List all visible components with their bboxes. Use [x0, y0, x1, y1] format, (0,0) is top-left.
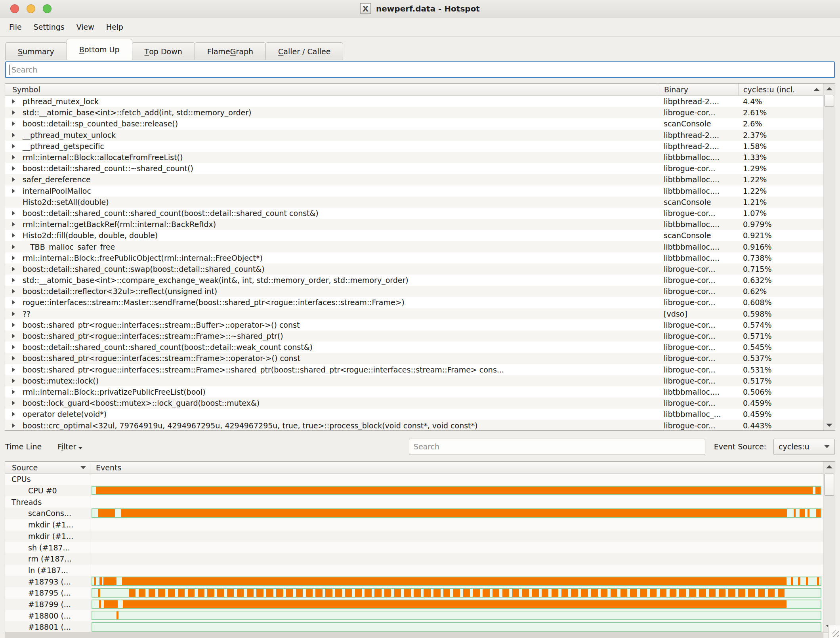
timeline-source-cell[interactable]: #18799 (...: [5, 599, 90, 610]
expander-icon[interactable]: [12, 211, 15, 216]
expander-icon[interactable]: [12, 166, 15, 171]
close-button[interactable]: [10, 4, 19, 13]
timeline-source-cell[interactable]: #18800 (...: [5, 610, 90, 621]
table-row[interactable]: __TBB_malloc_safer_freelibtbbmalloc....0…: [5, 241, 823, 252]
column-header-binary[interactable]: Binary: [659, 84, 738, 96]
timeline-source-cell[interactable]: rm (#187...: [5, 553, 90, 565]
timeline-source-cell[interactable]: #18795 (...: [5, 587, 90, 599]
tab-summary[interactable]: Summary: [5, 42, 67, 60]
timeline-row[interactable]: Threads: [5, 496, 823, 508]
timeline-row[interactable]: mkdir (#1...: [5, 531, 823, 542]
menu-item-settings[interactable]: Settings: [28, 23, 71, 31]
column-header-source[interactable]: Source: [5, 462, 90, 473]
timeline-row[interactable]: rm (#187...: [5, 553, 823, 565]
timeline-row[interactable]: #18801 (...: [5, 621, 823, 632]
tab-bottom-up[interactable]: Bottom Up: [67, 39, 132, 60]
timeline-source-cell[interactable]: ln (#187...: [5, 565, 90, 576]
expander-icon[interactable]: [12, 245, 15, 249]
timeline-events-cell[interactable]: [90, 508, 823, 519]
timeline-events-cell[interactable]: [90, 496, 823, 508]
timeline-bar[interactable]: [92, 486, 821, 495]
timeline-row[interactable]: mkdir (#1...: [5, 519, 823, 531]
column-header-symbol[interactable]: Symbol: [5, 84, 659, 96]
filter-button[interactable]: Filter: [57, 442, 82, 451]
timeline-source-cell[interactable]: CPUs: [5, 474, 90, 485]
menu-item-view[interactable]: View: [71, 23, 100, 31]
table-row[interactable]: boost::detail::shared_count::~shared_cou…: [5, 163, 823, 174]
expander-icon[interactable]: [12, 155, 15, 160]
table-row[interactable]: internalPoolMalloclibtbbmalloc....1.22%: [5, 185, 823, 197]
timeline-search-input[interactable]: Search: [409, 439, 705, 455]
scroll-up-button[interactable]: [823, 462, 835, 472]
timeline-events-cell[interactable]: [90, 610, 823, 621]
timeline-row[interactable]: #18799 (...: [5, 599, 823, 610]
symbol-search-input[interactable]: Search: [5, 61, 835, 78]
scroll-down-button[interactable]: [823, 420, 835, 430]
scrollbar-thumb[interactable]: [824, 95, 834, 107]
timeline-events-cell[interactable]: [90, 587, 823, 599]
menu-item-help[interactable]: Help: [100, 23, 129, 31]
table-row[interactable]: ??[vdso]0.598%: [5, 308, 823, 319]
scrollbar-thumb[interactable]: [824, 474, 834, 496]
expander-icon[interactable]: [12, 401, 15, 405]
timeline-row[interactable]: CPUs: [5, 474, 823, 485]
event-source-dropdown[interactable]: cycles:u: [773, 439, 835, 455]
timeline-events-cell[interactable]: [90, 565, 823, 576]
table-row[interactable]: boost::detail::shared_count::shared_coun…: [5, 342, 823, 353]
expander-icon[interactable]: [12, 412, 15, 416]
table-row[interactable]: boost::lock_guard<boost::mutex>::lock_gu…: [5, 397, 823, 409]
timeline-events-cell[interactable]: [90, 576, 823, 587]
minimize-button[interactable]: [27, 4, 35, 13]
tab-top-down[interactable]: Top Down: [132, 42, 195, 60]
expander-icon[interactable]: [12, 390, 15, 394]
timeline-events-cell[interactable]: [90, 485, 823, 497]
table-row[interactable]: rml::internal::Block::freePublicObject(r…: [5, 252, 823, 264]
timeline-source-cell[interactable]: #18801 (...: [5, 621, 90, 632]
table-row[interactable]: boost::detail::shared_count::swap(boost:…: [5, 264, 823, 275]
expander-icon[interactable]: [12, 267, 15, 271]
expander-icon[interactable]: [12, 345, 15, 350]
horizontal-scrollbar[interactable]: [5, 633, 823, 638]
timeline-row[interactable]: #18800 (...: [5, 610, 823, 621]
table-row[interactable]: boost::crc_optimal<32ul, 79764919u, 4294…: [5, 420, 823, 430]
timeline-row[interactable]: ln (#187...: [5, 565, 823, 576]
expander-icon[interactable]: [12, 233, 15, 238]
table-row[interactable]: safer_dereferencelibtbbmalloc....1.22%: [5, 174, 823, 185]
timeline-row[interactable]: #18795 (...: [5, 587, 823, 599]
timeline-row[interactable]: #18793 (...: [5, 576, 823, 587]
table-row[interactable]: boost::detail::shared_count::shared_coun…: [5, 208, 823, 219]
expander-icon[interactable]: [12, 423, 15, 428]
table-row[interactable]: rml::internal::Block::allocateFromFreeLi…: [5, 152, 823, 163]
expander-icon[interactable]: [12, 144, 15, 149]
timeline-bar[interactable]: [92, 611, 821, 620]
maximize-button[interactable]: [43, 4, 52, 13]
timeline-events-cell[interactable]: [90, 599, 823, 610]
table-row[interactable]: operator delete(void*)libtbbmalloc_...0.…: [5, 409, 823, 420]
scroll-up-button[interactable]: [823, 84, 835, 94]
timeline-events-cell[interactable]: [90, 474, 823, 485]
table-row[interactable]: __pthread_getspecificlibpthread-2....1.5…: [5, 141, 823, 152]
tab-caller-callee[interactable]: Caller / Callee: [265, 42, 343, 60]
expander-icon[interactable]: [12, 378, 15, 383]
table-row[interactable]: __pthread_mutex_unlocklibpthread-2....2.…: [5, 130, 823, 141]
timeline-bar[interactable]: [92, 622, 821, 632]
timeline-scrollbar[interactable]: [823, 462, 835, 632]
expander-icon[interactable]: [12, 222, 15, 227]
table-scrollbar[interactable]: [823, 84, 835, 430]
timeline-bar[interactable]: [92, 508, 821, 518]
timeline-events-cell[interactable]: [90, 531, 823, 542]
timeline-source-cell[interactable]: #18793 (...: [5, 576, 90, 587]
timeline-row[interactable]: scanCons...: [5, 508, 823, 519]
expander-icon[interactable]: [12, 334, 15, 338]
timeline-row[interactable]: CPU #0: [5, 485, 823, 497]
expander-icon[interactable]: [12, 356, 15, 361]
tab-flame-graph[interactable]: Flame Graph: [195, 42, 266, 60]
table-row[interactable]: rml::internal::Block::privatizePublicFre…: [5, 386, 823, 397]
expander-icon[interactable]: [12, 177, 15, 182]
timeline-source-cell[interactable]: CPU #0: [5, 485, 90, 497]
table-row[interactable]: boost::shared_ptr<rogue::interfaces::str…: [5, 319, 823, 330]
table-row[interactable]: boost::shared_ptr<rogue::interfaces::str…: [5, 353, 823, 364]
timeline-row[interactable]: sh (#187...: [5, 542, 823, 553]
menu-item-file[interactable]: File: [3, 23, 28, 31]
timeline-events-cell[interactable]: [90, 519, 823, 531]
